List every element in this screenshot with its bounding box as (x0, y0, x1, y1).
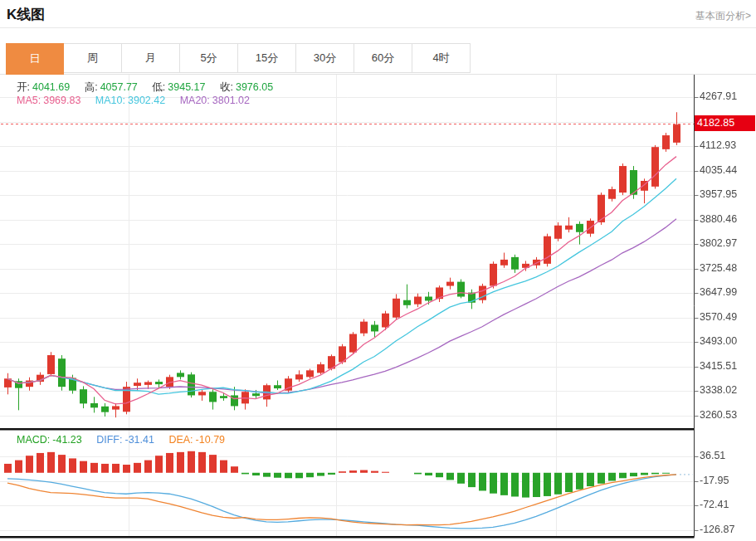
y-axis-label: -126.87 (700, 524, 734, 535)
tab-日[interactable]: 日 (6, 43, 64, 75)
y-axis-label: 3647.99 (700, 286, 737, 298)
current-price-badge: 4182.85 (695, 115, 755, 131)
ohlc-readout: 开:4041.69 高:4057.77 低:3945.17 收:3976.05 (17, 80, 276, 95)
kline-page: { "header": { "title": "K线图", "link": "基… (0, 0, 756, 541)
y-axis-label: 3802.97 (700, 237, 737, 249)
ma10-label: MA10: (95, 95, 125, 106)
tab-5分[interactable]: 5分 (180, 43, 238, 73)
tab-15分[interactable]: 15分 (238, 43, 296, 73)
tab-bar: 日周月5分15分30分60分4时 (6, 43, 471, 75)
ma5-value: 3969.83 (43, 95, 80, 106)
ma10-value: 3902.42 (128, 95, 165, 106)
y-axis-label: 3493.00 (700, 335, 737, 347)
y-axis-label: 3725.48 (700, 262, 737, 274)
y-axis-label: 3260.53 (700, 409, 737, 421)
dea-value: -10.79 (196, 434, 225, 446)
high-value: 4057.77 (100, 81, 138, 93)
fundamental-analysis-link[interactable]: 基本面分析> (695, 9, 751, 23)
y-axis-label: 3338.02 (700, 384, 737, 396)
tab-4时[interactable]: 4时 (412, 43, 471, 73)
y-axis-label: -72.41 (700, 499, 729, 510)
ma20-label: MA20: (180, 95, 210, 106)
open-value: 4041.69 (32, 81, 70, 93)
kline-macd-chart-canvas[interactable] (0, 75, 756, 541)
y-axis-label: -17.95 (700, 475, 729, 486)
tab-30分[interactable]: 30分 (296, 43, 354, 73)
diff-label: DIFF: (96, 434, 122, 446)
diff-value: -31.41 (124, 434, 154, 446)
y-axis-label: 4267.91 (700, 90, 737, 102)
macd-value: -41.23 (52, 434, 81, 446)
low-label: 低: (152, 81, 165, 93)
y-axis-label: 4035.44 (700, 164, 737, 176)
ma-readout: MA5:3969.83 MA10:3902.42 MA20:3801.02 (17, 95, 252, 106)
y-axis-label: 36.51 (700, 450, 725, 461)
y-axis-label: 4112.93 (700, 139, 736, 151)
high-label: 高: (85, 81, 98, 93)
low-value: 3945.17 (168, 81, 205, 93)
y-axis-label: 3570.49 (700, 311, 737, 323)
y-axis-label: 3415.51 (700, 360, 737, 372)
close-label: 收: (220, 81, 233, 93)
ma20-value: 3801.02 (212, 95, 250, 106)
open-label: 开: (17, 81, 30, 93)
tab-60分[interactable]: 60分 (354, 43, 412, 73)
page-title: K线图 (7, 5, 45, 24)
macd-readout: MACD:-41.23 DIFF:-31.41 DEA:-10.79 (17, 434, 227, 446)
y-axis-label: 3957.95 (700, 188, 737, 200)
tab-月[interactable]: 月 (122, 43, 180, 73)
title-divider (0, 27, 756, 28)
ma5-label: MA5: (17, 95, 41, 106)
dea-label: DEA: (168, 434, 193, 446)
tab-周[interactable]: 周 (64, 43, 122, 73)
macd-label: MACD: (17, 434, 50, 446)
y-axis-label: 3880.46 (700, 213, 737, 225)
close-value: 3976.05 (236, 81, 273, 93)
